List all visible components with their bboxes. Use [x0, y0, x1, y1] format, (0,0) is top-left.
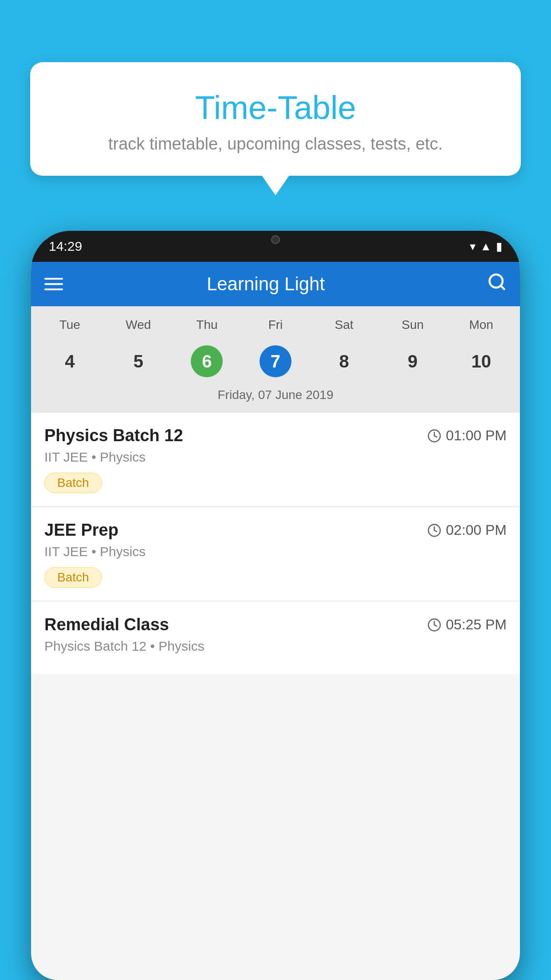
phone-frame: 14:29 ▾ ▲ ▮ Learning Light: [31, 231, 520, 980]
schedule-item-time: 05:25 PM: [427, 616, 507, 633]
day-numbers: 45678910: [35, 339, 516, 383]
phone-notch: [249, 231, 302, 249]
battery-icon: ▮: [496, 240, 502, 253]
schedule-time-text: 05:25 PM: [446, 616, 507, 633]
phone-screen: Learning Light TueWedThuFriSatSunMon 456…: [31, 262, 520, 980]
schedule-item-time: 01:00 PM: [427, 427, 507, 444]
signal-icon: ▲: [480, 240, 492, 253]
day-number[interactable]: 4: [35, 339, 104, 383]
day-number[interactable]: 10: [447, 339, 516, 383]
day-headers: TueWedThuFriSatSunMon: [35, 315, 516, 335]
menu-line-2: [44, 283, 63, 285]
schedule-time-text: 02:00 PM: [446, 522, 507, 538]
clock-icon: [427, 429, 441, 443]
day-header: Fri: [241, 315, 310, 335]
app-header: Learning Light: [31, 262, 520, 306]
day-header: Tue: [35, 315, 104, 335]
batch-badge: Batch: [44, 473, 102, 493]
schedule-item-header: JEE Prep02:00 PM: [44, 521, 507, 540]
schedule-list: Physics Batch 1201:00 PMIIT JEE • Physic…: [31, 413, 520, 675]
schedule-item[interactable]: Remedial Class05:25 PMPhysics Batch 12 •…: [31, 602, 520, 674]
day-header: Wed: [104, 315, 173, 335]
day-header: Thu: [173, 315, 241, 335]
tooltip-card: Time-Table track timetable, upcoming cla…: [30, 62, 521, 176]
clock-icon: [427, 523, 441, 537]
app-title: Learning Light: [63, 273, 468, 295]
svg-line-1: [501, 286, 504, 289]
wifi-icon: ▾: [470, 240, 476, 253]
selected-date-label: Friday, 07 June 2019: [35, 383, 516, 408]
menu-button[interactable]: [44, 278, 63, 290]
batch-badge: Batch: [44, 567, 102, 588]
schedule-item-header: Remedial Class05:25 PM: [44, 615, 507, 634]
calendar-strip: TueWedThuFriSatSunMon 45678910 Friday, 0…: [31, 306, 520, 413]
clock-icon: [427, 618, 441, 632]
schedule-item[interactable]: Physics Batch 1201:00 PMIIT JEE • Physic…: [31, 413, 520, 506]
day-header: Mon: [447, 315, 516, 335]
schedule-item-title: Physics Batch 12: [44, 426, 183, 445]
tooltip-subtitle: track timetable, upcoming classes, tests…: [52, 134, 499, 154]
schedule-item-time: 02:00 PM: [427, 522, 507, 538]
menu-line-1: [44, 278, 63, 280]
day-number[interactable]: 6: [173, 339, 241, 383]
phone-status-bar: 14:29 ▾ ▲ ▮: [31, 231, 520, 262]
menu-line-3: [44, 288, 63, 290]
schedule-item-subtitle: IIT JEE • Physics: [44, 450, 507, 465]
status-icons: ▾ ▲ ▮: [470, 240, 502, 253]
day-number[interactable]: 5: [104, 339, 173, 383]
day-header: Sat: [310, 315, 378, 335]
camera: [271, 235, 280, 244]
schedule-item-title: Remedial Class: [44, 615, 169, 634]
schedule-item[interactable]: JEE Prep02:00 PMIIT JEE • PhysicsBatch: [31, 507, 520, 600]
tooltip-title: Time-Table: [52, 89, 499, 126]
schedule-item-subtitle: IIT JEE • Physics: [44, 544, 507, 559]
schedule-item-subtitle: Physics Batch 12 • Physics: [44, 639, 507, 654]
schedule-item-header: Physics Batch 1201:00 PM: [44, 426, 507, 445]
phone-time: 14:29: [49, 239, 82, 254]
day-number[interactable]: 8: [310, 339, 378, 383]
day-header: Sun: [378, 315, 447, 335]
schedule-item-title: JEE Prep: [44, 521, 118, 540]
search-button[interactable]: [487, 272, 507, 296]
day-number[interactable]: 7: [241, 339, 310, 383]
day-number[interactable]: 9: [378, 339, 447, 383]
schedule-time-text: 01:00 PM: [446, 427, 507, 444]
